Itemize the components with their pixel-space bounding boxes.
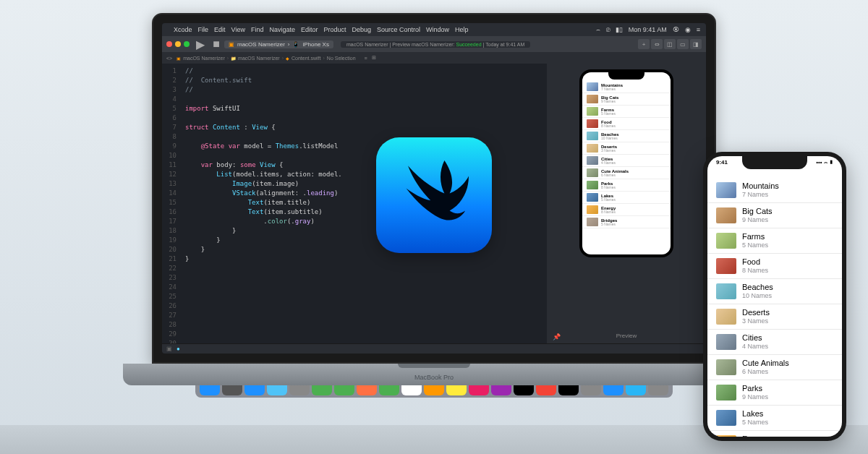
add-editor-icon[interactable]: ⊞ — [372, 55, 376, 61]
list-item[interactable]: Cute Animals6 Names — [582, 167, 671, 179]
list-item[interactable]: Food8 Names — [582, 118, 671, 130]
list-item[interactable]: Bridges5 Names — [582, 216, 671, 228]
jump-bar[interactable]: <> ▣ macOS Namerizer › 📁 macOS Namerizer… — [162, 52, 706, 64]
stop-button[interactable]: ■ — [211, 39, 221, 49]
thumbnail — [587, 119, 598, 128]
code-text[interactable]: // // Content.swift // import SwiftUI st… — [181, 64, 547, 343]
list-item[interactable]: Parks8 Names — [582, 179, 671, 192]
crumb-selection[interactable]: No Selection — [327, 56, 356, 61]
canvas-preview: Mountains7 NamesBig Cats9 NamesFarms5 Na… — [547, 64, 706, 343]
editor-options-icon[interactable]: ≡ — [365, 56, 367, 61]
menu-window[interactable]: Window — [426, 26, 449, 33]
thumbnail — [716, 410, 736, 426]
menu-navigate[interactable]: Navigate — [269, 26, 295, 33]
row-subtitle: 5 Names — [601, 223, 617, 226]
row-subtitle: 4 Names — [742, 343, 768, 351]
list-item[interactable]: Cute Animals6 Names — [707, 355, 842, 380]
battery-icon[interactable]: ▮▯ — [616, 26, 623, 33]
crumb-folder[interactable]: macOS Namerizer — [238, 56, 280, 61]
list-item[interactable]: Beaches10 Names — [707, 279, 842, 304]
list-item[interactable]: Deserts3 Names — [582, 142, 671, 155]
device-icon: 📱 — [292, 41, 299, 48]
zoom-button[interactable] — [184, 41, 190, 47]
row-title: Mountains — [742, 181, 779, 191]
list-item[interactable]: Cities4 Names — [582, 155, 671, 167]
activity-viewer[interactable]: macOS Namerizer | Preview macOS Namerize… — [341, 41, 530, 48]
preview-screen[interactable]: Mountains7 NamesBig Cats9 NamesFarms5 Na… — [582, 72, 671, 254]
list-item[interactable]: Deserts3 Names — [707, 304, 842, 330]
build-time: Today at 9:41 AM — [485, 42, 524, 47]
thumbnail — [716, 258, 736, 274]
chevron-right-icon: › — [288, 41, 290, 48]
window-controls — [166, 41, 190, 47]
list-item[interactable]: Mountains7 Names — [582, 81, 671, 93]
code-review-button[interactable]: ⇔ — [651, 39, 663, 49]
thumbnail — [716, 207, 736, 223]
menu-help[interactable]: Help — [455, 26, 469, 33]
folder-icon: 📁 — [231, 56, 236, 61]
crumb-project[interactable]: macOS Namerizer — [183, 56, 225, 61]
list-item[interactable]: Cities4 Names — [707, 330, 842, 355]
list-item[interactable]: Energy8 Names — [582, 204, 671, 216]
thumbnail — [716, 334, 736, 350]
console-icon[interactable]: ● — [176, 346, 180, 352]
siri-icon[interactable]: ◉ — [685, 26, 691, 33]
iphone-device: 9:41 ••• ⌢ ▮ Mountains7 NamesBig Cats9 N… — [703, 152, 846, 441]
swift-bird-icon — [391, 152, 477, 239]
control-center-icon[interactable]: ⎚ — [606, 26, 610, 33]
row-title: Lakes — [742, 409, 768, 419]
list-item[interactable]: Parks9 Names — [707, 380, 842, 406]
breakpoint-icon[interactable]: ▣ — [166, 346, 172, 352]
navigator-toggle[interactable]: ◫ — [664, 39, 676, 49]
row-title: Big Cats — [742, 207, 773, 216]
notification-center-icon[interactable]: ≡ — [697, 26, 700, 33]
menu-editor[interactable]: Editor — [301, 26, 318, 33]
menu-view[interactable]: View — [231, 26, 245, 33]
iphone-list[interactable]: Mountains7 NamesBig Cats9 NamesFarms5 Na… — [707, 156, 842, 437]
minimize-button[interactable] — [175, 41, 181, 47]
inspector-toggle[interactable]: ◨ — [690, 39, 702, 49]
iphone-screen[interactable]: 9:41 ••• ⌢ ▮ Mountains7 NamesBig Cats9 N… — [707, 156, 842, 437]
menu-find[interactable]: Find — [251, 26, 264, 33]
list-item[interactable]: Lakes5 Names — [707, 406, 842, 431]
crumb-file[interactable]: Content.swift — [292, 56, 320, 61]
list-item[interactable]: Lakes5 Names — [582, 192, 671, 204]
status-indicators: ••• ⌢ ▮ — [816, 159, 833, 166]
menu-debug[interactable]: Debug — [352, 26, 372, 33]
macos-menubar: Xcode FileEditViewFindNavigateEditorProd… — [162, 23, 706, 36]
wifi-icon[interactable]: ⌢ — [596, 26, 600, 34]
build-target: macOS Namerizer | Preview macOS Namerize… — [346, 42, 455, 47]
list-item[interactable]: Food8 Names — [707, 254, 842, 279]
row-title: Food — [742, 257, 768, 267]
app-name[interactable]: Xcode — [174, 26, 192, 33]
list-item[interactable]: Mountains7 Names — [707, 178, 842, 203]
library-button[interactable]: + — [638, 39, 650, 49]
list-item[interactable]: Big Cats9 Names — [582, 93, 671, 106]
row-subtitle: 10 Names — [742, 292, 773, 300]
scheme-device: iPhone Xs — [302, 41, 328, 48]
row-subtitle: 6 Names — [601, 174, 629, 177]
menu-source-control[interactable]: Source Control — [377, 26, 420, 33]
list-item[interactable]: Beaches10 Names — [582, 130, 671, 142]
list-item[interactable]: Farms5 Names — [707, 228, 842, 254]
list-item[interactable]: Farms5 Names — [582, 106, 671, 118]
close-button[interactable] — [166, 41, 172, 47]
search-icon[interactable]: ⦿ — [673, 26, 679, 33]
nav-icon[interactable]: <> — [166, 56, 172, 61]
clock[interactable]: Mon 9:41 AM — [629, 26, 667, 33]
list-item[interactable]: Energy8 Names — [707, 431, 842, 437]
iphone-notch — [742, 156, 807, 169]
pin-icon[interactable]: 📌 — [553, 333, 561, 340]
scheme-selector[interactable]: ▣ macOS Namerizer › 📱 iPhone Xs — [224, 40, 333, 48]
thumbnail — [587, 168, 598, 177]
menu-edit[interactable]: Edit — [214, 26, 226, 33]
debug-toggle[interactable]: ▭ — [677, 39, 689, 49]
menu-product[interactable]: Product — [323, 26, 346, 33]
run-button[interactable]: ▶ — [195, 39, 205, 49]
list-item[interactable]: Big Cats9 Names — [707, 203, 842, 228]
thumbnail — [716, 385, 736, 401]
row-subtitle: 9 Names — [742, 216, 773, 224]
menu-file[interactable]: File — [198, 26, 209, 33]
thumbnail — [587, 205, 598, 214]
status-time: 9:41 — [716, 159, 728, 166]
